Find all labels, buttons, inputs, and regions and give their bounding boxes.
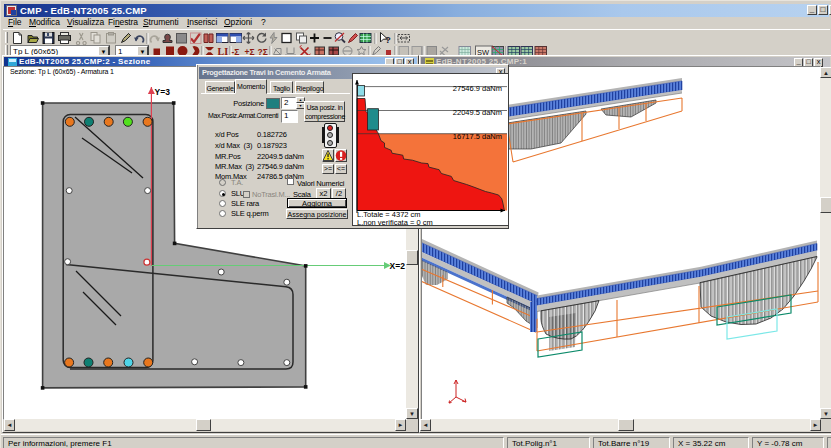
svg-text:Y=3: Y=3	[155, 87, 171, 97]
svg-text:L.non verificata = 0 cm: L.non verificata = 0 cm	[357, 218, 433, 226]
svg-text:22049.5 daNm: 22049.5 daNm	[453, 108, 502, 117]
svg-text:?: ?	[385, 34, 391, 45]
svg-text:16717.5 daNm: 16717.5 daNm	[453, 132, 502, 141]
svg-text:27546.9 daNm: 27546.9 daNm	[453, 84, 502, 93]
svg-text:X=2: X=2	[390, 261, 406, 271]
